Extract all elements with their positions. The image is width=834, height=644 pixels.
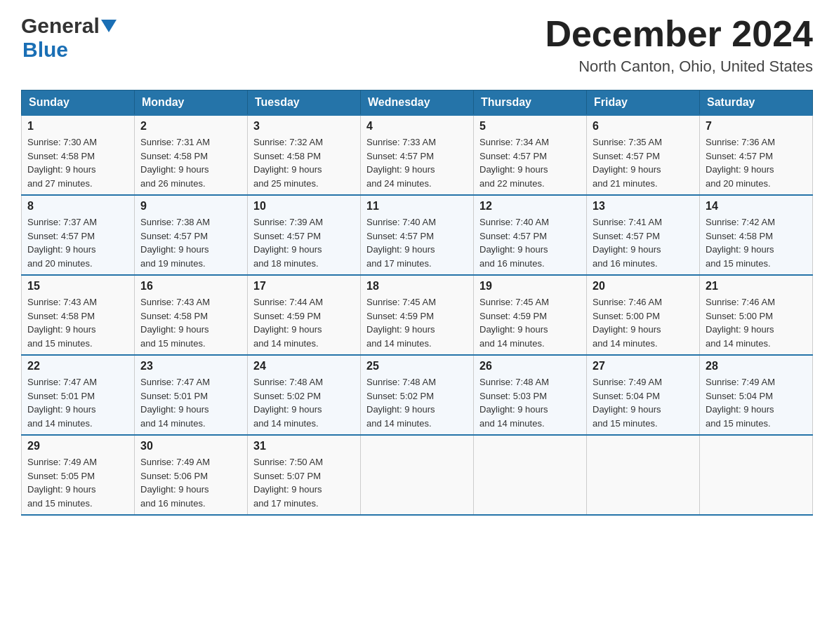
sunset-label: Sunset: 4:57 PM: [366, 151, 434, 161]
calendar-cell: 30 Sunrise: 7:49 AM Sunset: 5:06 PM Dayl…: [135, 435, 248, 515]
sunrise-label: Sunrise: 7:45 AM: [366, 297, 436, 307]
daylight-label: Daylight: 9 hours: [27, 404, 96, 415]
daylight-label: Daylight: 9 hours: [706, 324, 774, 335]
day-info: Sunrise: 7:48 AM Sunset: 5:02 PM Dayligh…: [253, 375, 355, 430]
day-number: 23: [140, 360, 241, 373]
daylight-label: Daylight: 9 hours: [140, 164, 209, 175]
calendar-cell: [361, 435, 474, 515]
sunrise-label: Sunrise: 7:45 AM: [479, 297, 549, 307]
day-info: Sunrise: 7:42 AM Sunset: 4:58 PM Dayligh…: [706, 215, 807, 270]
sunrise-label: Sunrise: 7:48 AM: [366, 377, 436, 387]
day-info: Sunrise: 7:46 AM Sunset: 5:00 PM Dayligh…: [706, 295, 807, 350]
day-number: 17: [253, 280, 355, 293]
day-number: 24: [253, 360, 355, 373]
daylight-minutes: and 27 minutes.: [27, 178, 93, 189]
sunrise-label: Sunrise: 7:38 AM: [140, 217, 210, 227]
calendar-cell: 4 Sunrise: 7:33 AM Sunset: 4:57 PM Dayli…: [361, 115, 474, 195]
daylight-minutes: and 22 minutes.: [479, 178, 545, 189]
sunrise-label: Sunrise: 7:49 AM: [140, 457, 210, 467]
sunrise-label: Sunrise: 7:47 AM: [140, 377, 210, 387]
sunrise-label: Sunrise: 7:34 AM: [479, 137, 549, 147]
day-number: 2: [140, 120, 241, 133]
day-info: Sunrise: 7:49 AM Sunset: 5:04 PM Dayligh…: [593, 375, 694, 430]
day-info: Sunrise: 7:45 AM Sunset: 4:59 PM Dayligh…: [479, 295, 581, 350]
day-number: 27: [593, 360, 694, 373]
calendar-cell: 13 Sunrise: 7:41 AM Sunset: 4:57 PM Dayl…: [587, 195, 700, 275]
col-monday: Monday: [135, 90, 248, 116]
daylight-label: Daylight: 9 hours: [593, 164, 661, 175]
sunset-label: Sunset: 5:07 PM: [253, 471, 321, 481]
sunset-label: Sunset: 4:58 PM: [27, 151, 95, 161]
sunset-label: Sunset: 5:05 PM: [27, 471, 95, 481]
day-info: Sunrise: 7:35 AM Sunset: 4:57 PM Dayligh…: [593, 135, 694, 190]
day-info: Sunrise: 7:47 AM Sunset: 5:01 PM Dayligh…: [27, 375, 128, 430]
day-info: Sunrise: 7:33 AM Sunset: 4:57 PM Dayligh…: [366, 135, 468, 190]
daylight-minutes: and 16 minutes.: [140, 498, 206, 509]
daylight-label: Daylight: 9 hours: [27, 164, 96, 175]
day-number: 14: [706, 200, 807, 213]
col-friday: Friday: [587, 90, 700, 116]
col-thursday: Thursday: [474, 90, 587, 116]
sunset-label: Sunset: 4:57 PM: [479, 231, 547, 241]
sunset-label: Sunset: 4:57 PM: [479, 151, 547, 161]
logo-triangle-icon: [101, 20, 117, 34]
daylight-minutes: and 14 minutes.: [140, 418, 206, 429]
day-number: 25: [366, 360, 468, 373]
sunrise-label: Sunrise: 7:31 AM: [140, 137, 210, 147]
sunset-label: Sunset: 4:57 PM: [253, 231, 321, 241]
calendar-cell: [700, 435, 813, 515]
daylight-label: Daylight: 9 hours: [140, 324, 209, 335]
sunrise-label: Sunrise: 7:49 AM: [706, 377, 775, 387]
logo-blue: Blue: [22, 38, 68, 62]
day-info: Sunrise: 7:38 AM Sunset: 4:57 PM Dayligh…: [140, 215, 241, 270]
daylight-label: Daylight: 9 hours: [27, 244, 96, 255]
daylight-label: Daylight: 9 hours: [593, 324, 661, 335]
day-number: 11: [366, 200, 468, 213]
sunset-label: Sunset: 4:59 PM: [253, 311, 321, 321]
calendar-week-2: 8 Sunrise: 7:37 AM Sunset: 4:57 PM Dayli…: [22, 195, 813, 275]
calendar-header: Sunday Monday Tuesday Wednesday Thursday…: [22, 90, 813, 116]
daylight-label: Daylight: 9 hours: [366, 404, 435, 415]
sunrise-label: Sunrise: 7:48 AM: [253, 377, 323, 387]
daylight-label: Daylight: 9 hours: [706, 404, 774, 415]
day-number: 29: [27, 440, 128, 452]
sunset-label: Sunset: 4:58 PM: [140, 151, 208, 161]
daylight-minutes: and 14 minutes.: [706, 338, 771, 349]
day-info: Sunrise: 7:47 AM Sunset: 5:01 PM Dayligh…: [140, 375, 241, 430]
sunrise-label: Sunrise: 7:46 AM: [593, 297, 662, 307]
daylight-label: Daylight: 9 hours: [479, 244, 548, 255]
daylight-label: Daylight: 9 hours: [593, 404, 661, 415]
day-info: Sunrise: 7:40 AM Sunset: 4:57 PM Dayligh…: [479, 215, 581, 270]
daylight-minutes: and 17 minutes.: [253, 498, 319, 509]
daylight-label: Daylight: 9 hours: [140, 244, 209, 255]
daylight-label: Daylight: 9 hours: [366, 324, 435, 335]
daylight-label: Daylight: 9 hours: [253, 404, 322, 415]
sunrise-label: Sunrise: 7:42 AM: [706, 217, 775, 227]
daylight-minutes: and 15 minutes.: [706, 258, 771, 269]
day-number: 9: [140, 200, 241, 213]
daylight-minutes: and 16 minutes.: [479, 258, 545, 269]
day-number: 7: [706, 120, 807, 133]
sunrise-label: Sunrise: 7:40 AM: [366, 217, 436, 227]
title-section: December 2024 North Canton, Ohio, United…: [545, 14, 813, 76]
day-info: Sunrise: 7:41 AM Sunset: 4:57 PM Dayligh…: [593, 215, 694, 270]
daylight-label: Daylight: 9 hours: [140, 484, 209, 495]
day-number: 18: [366, 280, 468, 293]
daylight-minutes: and 15 minutes.: [27, 498, 93, 509]
daylight-minutes: and 14 minutes.: [479, 338, 545, 349]
calendar-cell: 3 Sunrise: 7:32 AM Sunset: 4:58 PM Dayli…: [248, 115, 361, 195]
sunrise-label: Sunrise: 7:35 AM: [593, 137, 662, 147]
calendar-cell: 5 Sunrise: 7:34 AM Sunset: 4:57 PM Dayli…: [474, 115, 587, 195]
calendar-week-4: 22 Sunrise: 7:47 AM Sunset: 5:01 PM Dayl…: [22, 355, 813, 435]
sunset-label: Sunset: 4:57 PM: [27, 231, 95, 241]
day-number: 10: [253, 200, 355, 213]
calendar-title: December 2024: [545, 14, 813, 54]
daylight-label: Daylight: 9 hours: [479, 164, 548, 175]
day-info: Sunrise: 7:34 AM Sunset: 4:57 PM Dayligh…: [479, 135, 581, 190]
day-number: 4: [366, 120, 468, 133]
daylight-minutes: and 20 minutes.: [27, 258, 93, 269]
daylight-label: Daylight: 9 hours: [253, 484, 322, 495]
sunrise-label: Sunrise: 7:37 AM: [27, 217, 97, 227]
daylight-minutes: and 14 minutes.: [366, 418, 432, 429]
daylight-minutes: and 15 minutes.: [27, 338, 93, 349]
